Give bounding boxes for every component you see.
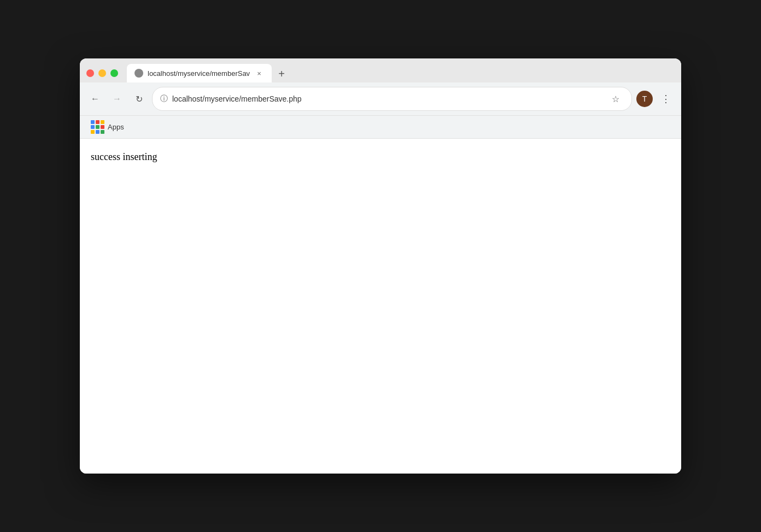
maximize-button[interactable] bbox=[110, 69, 118, 77]
profile-avatar-button[interactable]: T bbox=[636, 91, 653, 107]
tab-favicon bbox=[134, 69, 143, 78]
page-message: success inserting bbox=[91, 150, 670, 164]
google-apps-icon bbox=[91, 120, 104, 134]
close-button[interactable] bbox=[86, 69, 94, 77]
info-icon: ⓘ bbox=[160, 94, 168, 104]
active-tab[interactable]: localhost/myservice/memberSav × bbox=[127, 64, 272, 82]
bookmark-star-button[interactable]: ☆ bbox=[607, 91, 624, 107]
page-content: success inserting bbox=[80, 139, 681, 474]
minimize-button[interactable] bbox=[98, 69, 106, 77]
title-bar: localhost/myservice/memberSav × + bbox=[80, 58, 681, 82]
tabs-container: localhost/myservice/memberSav × + bbox=[127, 64, 675, 82]
tab-close-button[interactable]: × bbox=[254, 68, 264, 78]
new-tab-button[interactable]: + bbox=[274, 66, 289, 81]
browser-window: localhost/myservice/memberSav × + ← → ↻ … bbox=[80, 58, 681, 474]
chrome-menu-button[interactable]: ⋮ bbox=[657, 90, 675, 108]
window-controls bbox=[86, 69, 118, 77]
address-bar[interactable]: ⓘ localhost/myservice/memberSave.php ☆ bbox=[152, 87, 632, 111]
apps-label: Apps bbox=[108, 123, 124, 131]
bookmarks-bar: Apps bbox=[80, 116, 681, 139]
nav-bar: ← → ↻ ⓘ localhost/myservice/memberSave.p… bbox=[80, 82, 681, 116]
tab-title: localhost/myservice/memberSav bbox=[148, 69, 250, 78]
reload-button[interactable]: ↻ bbox=[130, 90, 148, 108]
forward-button[interactable]: → bbox=[108, 90, 126, 108]
address-text: localhost/myservice/memberSave.php bbox=[172, 94, 603, 103]
apps-bookmark[interactable]: Apps bbox=[86, 118, 128, 136]
back-button[interactable]: ← bbox=[86, 90, 104, 108]
address-url: localhost/myservice/memberSave.php bbox=[172, 94, 302, 103]
